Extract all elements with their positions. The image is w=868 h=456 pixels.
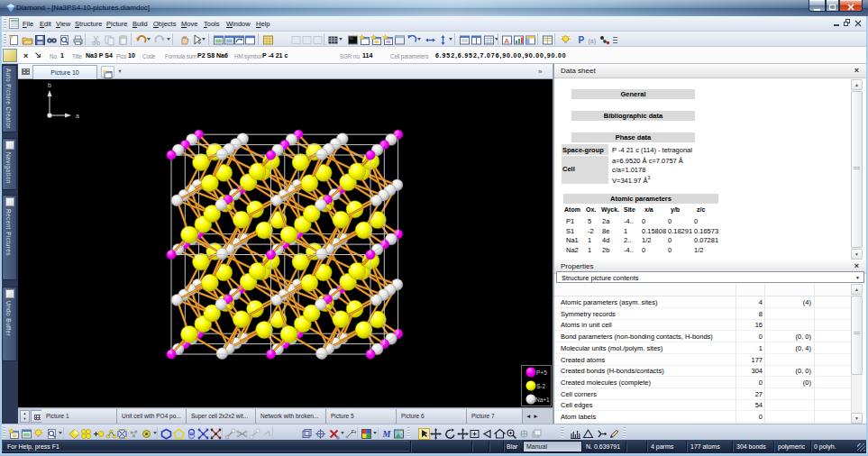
svg-text:P: P: [578, 35, 584, 45]
svg-text:a: a: [76, 113, 79, 119]
svg-text:M: M: [381, 429, 391, 439]
svg-text:S-2: S-2: [536, 383, 546, 389]
svg-text:A: A: [504, 37, 509, 45]
svg-text:P+5: P+5: [536, 369, 547, 376]
svg-text:Fe: Fe: [352, 429, 356, 434]
svg-text:Na+1: Na+1: [535, 397, 550, 403]
svg-text:b: b: [48, 82, 51, 88]
svg-text:(a): (a): [588, 38, 596, 45]
